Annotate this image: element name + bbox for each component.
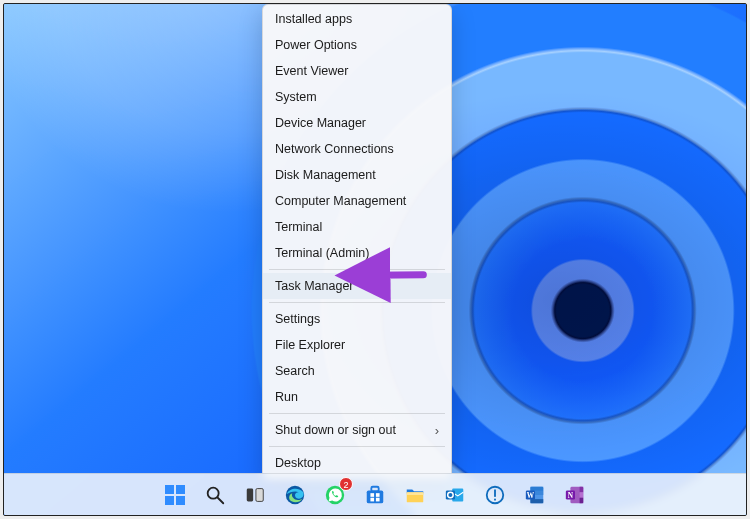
menu-item-label: Terminal (Admin)	[275, 246, 369, 260]
menu-item-device-manager[interactable]: Device Manager	[263, 110, 451, 136]
menu-item-terminal[interactable]: Terminal	[263, 214, 451, 240]
menu-item-event-viewer[interactable]: Event Viewer	[263, 58, 451, 84]
svg-rect-28	[580, 486, 584, 492]
svg-rect-9	[370, 493, 374, 497]
menu-separator	[269, 446, 445, 447]
svg-rect-10	[376, 493, 380, 497]
svg-rect-3	[247, 488, 253, 501]
svg-rect-14	[407, 492, 424, 495]
svg-text:N: N	[568, 490, 574, 499]
svg-rect-8	[371, 486, 378, 491]
svg-rect-7	[367, 490, 384, 503]
menu-item-label: Installed apps	[275, 12, 352, 26]
menu-item-label: Disk Management	[275, 168, 376, 182]
menu-item-shut-down-or-sign-out[interactable]: Shut down or sign out›	[263, 417, 451, 443]
screenshot-stage: Installed appsPower OptionsEvent ViewerS…	[0, 0, 750, 519]
svg-rect-29	[580, 492, 584, 498]
menu-item-power-options[interactable]: Power Options	[263, 32, 451, 58]
menu-item-search[interactable]: Search	[263, 358, 451, 384]
word-app[interactable]: W	[519, 479, 551, 511]
menu-item-label: Event Viewer	[275, 64, 348, 78]
svg-rect-4	[256, 488, 263, 501]
menu-item-label: Power Options	[275, 38, 357, 52]
windows-logo-icon	[165, 485, 185, 505]
menu-item-label: Network Connections	[275, 142, 394, 156]
file-explorer-app[interactable]	[399, 479, 431, 511]
edge-app[interactable]	[279, 479, 311, 511]
menu-item-installed-apps[interactable]: Installed apps	[263, 6, 451, 32]
menu-item-label: Device Manager	[275, 116, 366, 130]
task-view-button[interactable]	[239, 479, 271, 511]
menu-separator	[269, 413, 445, 414]
search-button[interactable]	[199, 479, 231, 511]
menu-item-label: Run	[275, 390, 298, 404]
menu-item-label: Task Manager	[275, 279, 354, 293]
svg-rect-12	[376, 497, 380, 501]
desktop-frame: Installed appsPower OptionsEvent ViewerS…	[3, 3, 747, 516]
menu-separator	[269, 302, 445, 303]
menu-item-label: Shut down or sign out	[275, 423, 396, 437]
start-button[interactable]	[159, 479, 191, 511]
outlook-icon	[444, 484, 466, 506]
taskbar: 2WN	[4, 473, 746, 515]
assist-icon	[484, 484, 506, 506]
store-icon	[364, 484, 386, 506]
menu-item-run[interactable]: Run	[263, 384, 451, 410]
menu-item-disk-management[interactable]: Disk Management	[263, 162, 451, 188]
menu-item-label: Settings	[275, 312, 320, 326]
svg-text:W: W	[527, 490, 535, 499]
svg-rect-19	[494, 489, 496, 496]
svg-rect-11	[370, 497, 374, 501]
menu-item-settings[interactable]: Settings	[263, 306, 451, 332]
menu-item-computer-management[interactable]: Computer Management	[263, 188, 451, 214]
quick-assist-app[interactable]	[479, 479, 511, 511]
svg-line-2	[218, 497, 224, 503]
menu-item-label: Terminal	[275, 220, 322, 234]
whatsapp-app[interactable]: 2	[319, 479, 351, 511]
svg-point-1	[208, 487, 219, 498]
menu-item-label: File Explorer	[275, 338, 345, 352]
word-icon: W	[524, 484, 546, 506]
chevron-right-icon: ›	[435, 423, 439, 438]
onenote-app[interactable]: N	[559, 479, 591, 511]
explorer-icon	[404, 484, 426, 506]
menu-separator	[269, 269, 445, 270]
menu-item-network-connections[interactable]: Network Connections	[263, 136, 451, 162]
menu-item-terminal-admin[interactable]: Terminal (Admin)	[263, 240, 451, 266]
notification-badge: 2	[339, 477, 353, 491]
menu-item-label: System	[275, 90, 317, 104]
search-icon	[204, 484, 226, 506]
edge-icon	[284, 484, 306, 506]
outlook-app[interactable]	[439, 479, 471, 511]
winx-context-menu[interactable]: Installed appsPower OptionsEvent ViewerS…	[262, 4, 452, 479]
menu-item-label: Computer Management	[275, 194, 406, 208]
menu-item-task-manager[interactable]: Task Manager	[263, 273, 451, 299]
microsoft-store-app[interactable]	[359, 479, 391, 511]
onenote-icon: N	[564, 484, 586, 506]
svg-rect-30	[580, 497, 584, 503]
svg-rect-20	[494, 498, 496, 500]
menu-item-label: Search	[275, 364, 315, 378]
menu-item-label: Desktop	[275, 456, 321, 470]
taskview-icon	[244, 484, 266, 506]
menu-item-file-explorer[interactable]: File Explorer	[263, 332, 451, 358]
menu-item-system[interactable]: System	[263, 84, 451, 110]
